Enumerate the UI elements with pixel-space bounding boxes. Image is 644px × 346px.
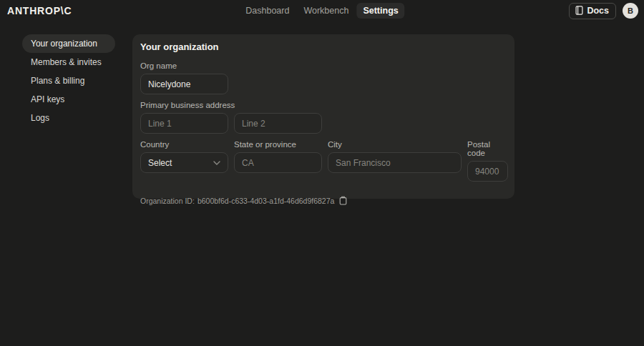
nav-dashboard[interactable]: Dashboard (239, 3, 296, 19)
sidebar-item-api-keys[interactable]: API keys (22, 90, 115, 109)
top-bar: ANTHROP\C Dashboard Workbench Settings D… (0, 0, 644, 21)
address-row (140, 113, 507, 134)
page-content: Your organization Members & invites Plan… (0, 21, 644, 199)
organization-id-row: Organization ID: b600bf6d-c633-4d03-a1fd… (140, 196, 507, 205)
city-label: City (328, 140, 462, 149)
organization-id-label: Organization ID: (140, 197, 195, 205)
locale-row: Country Select State or province City (140, 140, 507, 182)
nav-workbench[interactable]: Workbench (297, 3, 355, 19)
organization-id-value: b600bf6d-c633-4d03-a1fd-46d6d9f6827a (197, 197, 335, 205)
header-right: Docs B (569, 3, 638, 19)
address-line2-input[interactable] (234, 113, 322, 134)
main-nav: Dashboard Workbench Settings (239, 0, 404, 21)
state-input[interactable] (234, 152, 322, 173)
state-label: State or province (234, 140, 322, 149)
address-label: Primary business address (140, 101, 507, 109)
postal-code-input[interactable] (467, 161, 508, 182)
country-label: Country (140, 140, 228, 149)
sidebar-item-logs[interactable]: Logs (22, 109, 115, 127)
nav-settings[interactable]: Settings (356, 3, 404, 19)
page-title: Your organization (140, 41, 507, 52)
org-name-label: Org name (140, 61, 507, 70)
settings-sidebar: Your organization Members & invites Plan… (22, 34, 115, 127)
city-input[interactable] (328, 152, 462, 173)
copy-icon[interactable] (339, 196, 347, 205)
postal-code-label: Postal code (467, 140, 508, 157)
country-select-value: Select (148, 158, 172, 168)
organization-panel: Your organization Org name Primary busin… (132, 34, 514, 199)
book-icon (575, 6, 583, 15)
org-name-input[interactable] (140, 74, 228, 94)
user-avatar[interactable]: B (623, 3, 638, 19)
country-select[interactable]: Select (140, 152, 228, 173)
sidebar-item-members-invites[interactable]: Members & invites (22, 53, 115, 71)
sidebar-item-plans-billing[interactable]: Plans & billing (22, 71, 115, 90)
sidebar-item-your-organization[interactable]: Your organization (22, 34, 115, 53)
chevron-down-icon (213, 161, 220, 165)
docs-button[interactable]: Docs (569, 3, 616, 19)
docs-button-label: Docs (587, 6, 609, 16)
anthropic-logo: ANTHROP\C (7, 5, 72, 16)
address-line1-input[interactable] (140, 113, 228, 134)
